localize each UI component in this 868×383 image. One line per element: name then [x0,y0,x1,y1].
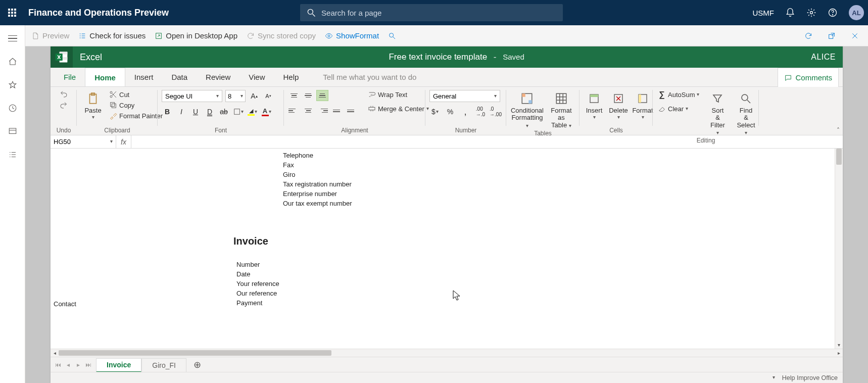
open-desktop-button[interactable]: Open in Desktop App [155,31,237,40]
home-button[interactable] [7,56,19,68]
hamburger-button[interactable] [7,32,19,44]
grow-font-button[interactable]: A▴ [249,90,260,102]
format-painter-button[interactable]: Format Painter [108,111,164,120]
double-underline-button[interactable]: D [204,106,215,117]
status-menu-button[interactable]: ▾ [773,374,775,380]
preview-button[interactable]: Preview [31,31,69,40]
excel-user[interactable]: ALICE [811,53,836,62]
scroll-down-button[interactable]: ▾ [835,341,843,349]
find-select-button[interactable]: Find &Select ▾ [735,90,757,137]
close-button[interactable] [848,29,862,43]
fill-color-button[interactable]: ◢▾ [247,106,258,117]
refresh-button[interactable] [801,29,815,43]
align-top-button[interactable] [288,90,300,101]
merge-center-button[interactable]: Merge & Center▾ [367,104,430,113]
font-size-select[interactable]: 8▾ [225,90,246,102]
add-sheet-button[interactable]: ⊕ [190,359,205,370]
copy-button[interactable]: Copy [108,101,164,110]
comments-button[interactable]: Comments [778,68,839,87]
align-center-button[interactable] [302,105,314,116]
modules-button[interactable] [7,149,19,161]
help-improve-link[interactable]: Help Improve Office [782,374,838,381]
number-format-select[interactable]: General▾ [429,90,500,102]
worksheet-grid[interactable]: Telephone Fax Giro Tax registration numb… [51,149,835,349]
undo-icon[interactable] [60,90,68,98]
sync-button[interactable]: Sync stored copy [247,31,316,40]
align-right-button[interactable] [316,105,328,116]
sort-filter-button[interactable]: Sort &Filter ▾ [706,90,729,137]
cut-button[interactable]: Cut [108,90,164,99]
tell-me-search[interactable]: Tell me what you want to do [323,68,416,86]
bell-icon[interactable] [785,8,795,18]
popout-button[interactable] [825,29,839,43]
global-search[interactable] [300,4,563,21]
show-format-button[interactable]: ShowFormat [325,31,379,40]
insert-cells-button[interactable]: Insert▾ [584,90,605,121]
percent-button[interactable]: % [445,106,456,117]
decrease-indent-button[interactable] [330,105,343,116]
italic-button[interactable]: I [176,106,187,117]
sheet-tab-invoice[interactable]: Invoice [96,358,141,372]
shrink-font-button[interactable]: A▾ [263,90,274,102]
user-avatar[interactable]: AL [849,5,864,20]
autosum-button[interactable]: ∑AutoSum▾ [657,90,700,99]
scroll-right-button[interactable]: ▸ [835,349,843,357]
gear-icon[interactable] [806,8,816,18]
align-middle-button[interactable] [302,90,314,101]
tab-help[interactable]: Help [274,68,308,86]
scroll-thumb[interactable] [836,149,842,165]
tab-review[interactable]: Review [197,68,239,86]
font-name-select[interactable]: Segoe UI▾ [162,90,222,102]
sheet-prev-button[interactable]: ◂ [64,361,73,368]
sheet-next-button[interactable]: ▸ [74,361,83,368]
increase-indent-button[interactable] [345,105,357,116]
scroll-track[interactable] [59,349,835,357]
document-name[interactable]: Free text invoice template [389,52,487,62]
collapse-ribbon-button[interactable]: ˄ [837,127,840,134]
global-search-input[interactable] [321,9,557,17]
format-cells-button[interactable]: Format▾ [632,90,653,121]
favorites-button[interactable] [7,79,19,91]
fx-button[interactable]: fx [116,135,131,148]
horizontal-scrollbar[interactable]: ◂ ▸ [51,349,843,357]
format-as-table-button[interactable]: Formatas Table ▾ [547,90,575,130]
recent-button[interactable] [7,102,19,114]
bold-button[interactable]: B [162,106,173,117]
currency-button[interactable]: $▾ [429,106,441,117]
legal-entity[interactable]: USMF [753,9,775,17]
redo-icon[interactable] [60,101,68,109]
clear-button[interactable]: Clear▾ [657,104,700,113]
merge-label: Merge & Center [378,105,424,113]
font-color-button[interactable]: A▾ [261,106,272,117]
comma-button[interactable]: , [460,106,471,117]
workspaces-button[interactable] [7,125,19,137]
paste-button[interactable]: Paste ▾ [81,90,105,121]
name-box[interactable]: HG50 ▾ [51,135,116,148]
strike-button[interactable]: ab [218,106,229,117]
tab-insert[interactable]: Insert [125,68,163,86]
sheet-last-button[interactable]: ⏭ [84,361,93,368]
check-issues-button[interactable]: Check for issues [78,31,146,40]
increase-decimal-button[interactable]: .00→.0 [475,106,486,117]
app-launcher-button[interactable] [4,5,20,21]
tab-view[interactable]: View [239,68,274,86]
tab-file[interactable]: File [55,68,85,86]
scroll-thumb[interactable] [59,350,331,356]
align-left-button[interactable] [288,105,300,116]
sheet-tab-giro[interactable]: Giro_FI [141,358,186,372]
vertical-scrollbar[interactable]: ▾ [835,149,843,349]
align-bottom-button[interactable] [316,90,328,101]
sheet-first-button[interactable]: ⏮ [54,361,63,368]
tab-home[interactable]: Home [85,68,125,86]
help-icon[interactable] [828,8,838,18]
underline-button[interactable]: U [190,106,201,117]
tab-data[interactable]: Data [162,68,197,86]
border-button[interactable]: ▾ [232,106,244,117]
wrap-text-button[interactable]: Wrap Text [367,90,430,99]
conditional-formatting-button[interactable]: ConditionalFormatting ▾ [510,90,544,130]
scroll-left-button[interactable]: ◂ [51,349,59,357]
toolbar-search-button[interactable] [388,32,396,40]
decrease-decimal-button[interactable]: .0→.00 [490,106,501,117]
delete-cells-button[interactable]: Delete▾ [608,90,629,121]
name-box-value: HG50 [54,138,71,146]
